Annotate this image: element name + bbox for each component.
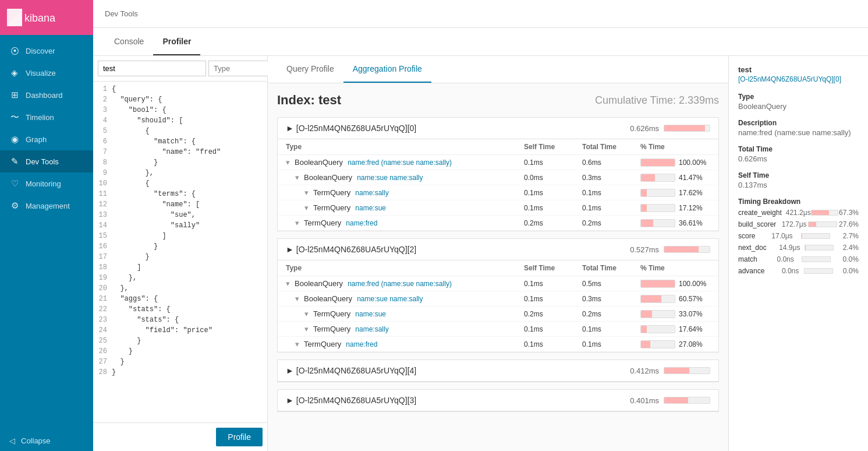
query-table-header: TypeSelf TimeTotal Time% Time bbox=[278, 139, 718, 155]
tab-query-profile[interactable]: Query Profile bbox=[277, 56, 343, 83]
self-time-cell: 0.2ms bbox=[524, 219, 582, 227]
timing-label: Timing Breakdown bbox=[738, 198, 859, 206]
shard-time-value: 0.626ms bbox=[630, 124, 659, 133]
query-row[interactable]: ▾ TermQuery name:sue 0.2ms 0.2ms 33.07% bbox=[278, 306, 718, 322]
timing-val: 172.7μs bbox=[778, 220, 807, 228]
self-time-cell: 0.1ms bbox=[524, 340, 582, 348]
sidebar-item-timelion[interactable]: 〜 Timelion bbox=[0, 106, 93, 128]
self-time-label: Self Time bbox=[738, 171, 859, 179]
detail-description-section: Description name:fred (name:sue name:sal… bbox=[738, 119, 859, 137]
editor-line: 14 "sally" bbox=[93, 220, 267, 231]
query-type-cell: ▾ TermQuery name:sally bbox=[286, 188, 524, 197]
tab-agg-profile[interactable]: Aggregation Profile bbox=[343, 56, 431, 83]
self-time-cell: 0.1ms bbox=[524, 295, 582, 303]
line-content: } bbox=[112, 346, 133, 357]
query-row[interactable]: ▾ TermQuery name:sally 0.1ms 0.1ms 17.62… bbox=[278, 185, 718, 200]
collapse-button[interactable]: ◁ Collapse bbox=[0, 431, 93, 451]
collapse-icon: ◁ bbox=[9, 436, 15, 445]
shard-header[interactable]: ► [O-l25nM4QN6Z68UA5rUYqQ][4] 0.412ms bbox=[278, 360, 718, 382]
sidebar-item-devtools[interactable]: ✎ Dev Tools bbox=[0, 150, 93, 172]
timing-pct-fill bbox=[809, 222, 816, 227]
shard-header[interactable]: ► [O-l25nM4QN6Z68UA5rUYqQ][2] 0.527ms bbox=[278, 239, 718, 260]
timing-row: advance 0.0ns 0.0% bbox=[738, 265, 859, 277]
query-row[interactable]: ▾ BooleanQuery name:sue name:sally 0.0ms… bbox=[278, 170, 718, 185]
index-input[interactable] bbox=[98, 61, 206, 76]
editor-line: 21 "aggs": { bbox=[93, 294, 267, 304]
editor-line: 18 ] bbox=[93, 262, 267, 273]
results-panel[interactable]: Query Profile Aggregation Profile Index:… bbox=[268, 56, 728, 451]
percent-text: 27.08% bbox=[679, 340, 703, 348]
sidebar-item-monitoring[interactable]: ♡ Monitoring bbox=[0, 172, 93, 195]
line-content: "stats": { bbox=[112, 315, 179, 325]
query-row[interactable]: ▾ TermQuery name:fred 0.1ms 0.1ms 27.08% bbox=[278, 337, 718, 352]
logo[interactable]: kibana bbox=[0, 0, 93, 35]
sidebar-item-graph[interactable]: ◉ Graph bbox=[0, 128, 93, 150]
visualize-icon: ◈ bbox=[9, 68, 20, 78]
query-desc: name:sue bbox=[355, 204, 386, 212]
editor-line: 22 "stats": { bbox=[93, 304, 267, 315]
query-row[interactable]: ▾ TermQuery name:sally 0.1ms 0.1ms 17.64… bbox=[278, 322, 718, 337]
query-desc: name:fred (name:sue name:sally) bbox=[348, 280, 452, 288]
line-number: 24 bbox=[95, 325, 112, 336]
timing-val: 14.9μs bbox=[771, 244, 800, 252]
top-bar: Dev Tools bbox=[93, 0, 868, 28]
sidebar-item-management[interactable]: ⚙ Management bbox=[0, 195, 93, 217]
query-row[interactable]: ▾ BooleanQuery name:fred (name:sue name:… bbox=[278, 155, 718, 170]
percent-bar-bg bbox=[640, 204, 675, 212]
query-type: BooleanQuery bbox=[304, 173, 352, 182]
query-row[interactable]: ▾ BooleanQuery name:sue name:sally 0.1ms… bbox=[278, 291, 718, 306]
editor-line: 9 }, bbox=[93, 168, 267, 178]
sidebar-item-dashboard[interactable]: ⊞ Dashboard bbox=[0, 84, 93, 106]
editor-line: 10 { bbox=[93, 178, 267, 189]
query-type-cell: ▾ BooleanQuery name:fred (name:sue name:… bbox=[286, 279, 524, 288]
percent-text: 60.57% bbox=[679, 295, 703, 303]
monitoring-icon: ♡ bbox=[9, 178, 20, 189]
percent-bar-bg bbox=[640, 340, 675, 348]
shard-header[interactable]: ► [O-l25nM4QN6Z68UA5rUYqQ][3] 0.401ms bbox=[278, 390, 718, 411]
timing-pct-bar bbox=[801, 233, 830, 239]
timing-pct-text: 0.0% bbox=[838, 267, 859, 275]
timelion-icon: 〜 bbox=[9, 112, 20, 122]
percent-bar-cell: 17.12% bbox=[640, 204, 710, 212]
expand-icon: ▾ bbox=[304, 203, 309, 212]
description-label: Description bbox=[738, 119, 859, 127]
self-time-cell: 0.0ms bbox=[524, 174, 582, 182]
shard-time-bar-bg bbox=[664, 367, 710, 374]
query-row[interactable]: ▾ TermQuery name:sue 0.1ms 0.1ms 17.12% bbox=[278, 200, 718, 216]
query-row[interactable]: ▾ BooleanQuery name:fred (name:sue name:… bbox=[278, 276, 718, 291]
shard-section: ► [O-l25nM4QN6Z68UA5rUYqQ][3] 0.401ms bbox=[277, 389, 719, 412]
shard-section: ► [O-l25nM4QN6Z68UA5rUYqQ][0] 0.626ms Ty… bbox=[277, 117, 719, 231]
shard-header[interactable]: ► [O-l25nM4QN6Z68UA5rUYqQ][0] 0.626ms bbox=[278, 118, 718, 139]
line-content: "stats": { bbox=[112, 304, 171, 315]
shard-id: ► [O-l25nM4QN6Z68UA5rUYqQ][2] bbox=[286, 245, 416, 254]
col-type: Type bbox=[286, 264, 524, 272]
editor-line: 16 } bbox=[93, 241, 267, 252]
line-content: } bbox=[112, 241, 158, 252]
editor-line: 27 } bbox=[93, 357, 267, 367]
expand-icon: ▾ bbox=[295, 294, 299, 303]
details-panel: test [O-l25nM4QN6Z68UA5rUYqQ][0] Type Bo… bbox=[728, 56, 868, 451]
total-time-cell: 0.3ms bbox=[582, 174, 640, 182]
query-row[interactable]: ▾ TermQuery name:fred 0.2ms 0.2ms 36.61% bbox=[278, 216, 718, 231]
tab-console[interactable]: Console bbox=[105, 28, 153, 55]
query-type-cell: ▾ BooleanQuery name:sue name:sally bbox=[286, 173, 524, 182]
query-type: TermQuery bbox=[313, 309, 350, 318]
line-content: { bbox=[112, 84, 116, 94]
tab-profiler[interactable]: Profiler bbox=[153, 28, 200, 55]
sidebar-item-discover[interactable]: ⦿ Discover bbox=[0, 40, 93, 62]
line-content: "name": "fred" bbox=[112, 147, 221, 157]
detail-self-time-section: Self Time 0.137ms bbox=[738, 171, 859, 189]
timing-pct-text: 2.7% bbox=[838, 232, 859, 240]
editor-line: 3 "bool": { bbox=[93, 105, 267, 115]
line-content: } bbox=[112, 336, 141, 346]
total-time-cell: 0.1ms bbox=[582, 204, 640, 212]
shard-time-bar-bg bbox=[664, 125, 710, 132]
query-desc: name:sue bbox=[355, 310, 386, 318]
line-number: 26 bbox=[95, 346, 112, 357]
sidebar-item-visualize[interactable]: ◈ Visualize bbox=[0, 62, 93, 84]
profile-button[interactable]: Profile bbox=[216, 428, 263, 446]
line-number: 15 bbox=[95, 231, 112, 241]
expand-icon: ▾ bbox=[286, 158, 290, 167]
percent-bar-fill bbox=[641, 280, 675, 287]
cumulative-time: Cumulative Time: 2.339ms bbox=[595, 94, 719, 107]
